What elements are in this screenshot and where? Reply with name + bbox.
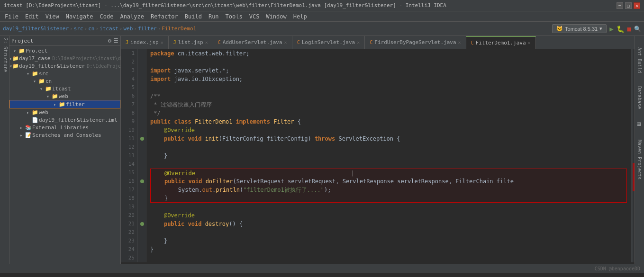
maven-projects-label[interactable]: Maven Projects: [636, 138, 643, 181]
menu-tools[interactable]: Tools: [223, 13, 245, 20]
menu-code[interactable]: Code: [97, 13, 117, 20]
tree-arrow-project[interactable]: ▾: [11, 48, 18, 54]
tomcat-dropdown-icon: ▾: [599, 26, 602, 32]
search-icon[interactable]: 🔍: [634, 26, 641, 32]
tree-arrow-web-inner[interactable]: ▾: [45, 94, 51, 99]
code-line-10: @Override: [150, 126, 627, 134]
tab-close-filterdemo1[interactable]: ✕: [528, 40, 531, 45]
tree-label-day17: day17_case: [19, 55, 50, 62]
tree-arrow-src[interactable]: ▾: [25, 71, 31, 76]
tree-item-day17[interactable]: ▸ 📁 day17_case D:\IdeaProjects\itcast\da…: [9, 54, 120, 62]
tab-finduserbypageservlet[interactable]: C FirdUserByPageServlet.java ✕: [365, 36, 466, 49]
tree-item-scratches[interactable]: ▸ 📝 Scratches and Consoles: [9, 131, 120, 139]
breadcrumb-cn[interactable]: cn: [88, 26, 94, 32]
breakpoint-dot-16[interactable]: [140, 179, 144, 183]
code-line-1: package cn.itcast.web.filter;: [150, 49, 627, 58]
day19-folder-icon: 📁: [12, 63, 19, 69]
tab-adduserservlet[interactable]: C AddUserServlet.java ✕: [213, 36, 292, 49]
iml-file-icon: 📄: [31, 116, 39, 123]
tree-item-filter[interactable]: ▸ 📁 filter: [9, 100, 120, 108]
maximize-button[interactable]: □: [625, 2, 632, 9]
run-button[interactable]: ▶: [609, 25, 613, 33]
tabs-bar: J index.jsp ✕ J list.jsp ✕ C AddUserServ…: [121, 36, 635, 49]
code-lines[interactable]: package cn.itcast.web.filter; import jav…: [146, 49, 631, 262]
tree-item-iml[interactable]: 📄 day19_filter&listener.iml: [9, 116, 120, 124]
code-editor[interactable]: 1 2 3 4 5 6 7 8 9 10 11 12 13 14 15 16 1: [121, 49, 635, 264]
breadcrumb-file[interactable]: FilterDemo1: [162, 26, 196, 32]
minimize-button[interactable]: ─: [617, 2, 623, 9]
project-settings-icon[interactable]: ⚙: [108, 37, 111, 44]
gutter-area: [138, 49, 146, 262]
menu-file[interactable]: File: [2, 13, 21, 20]
breakpoint-dot-21[interactable]: [140, 222, 144, 226]
tree-item-day19[interactable]: ▾ 📁 day19_filter&listener D:\IdeaProject…: [9, 62, 120, 70]
code-line-3: import javax.servlet.*;: [150, 66, 627, 75]
code-line-5: [150, 83, 627, 92]
tree-item-cn[interactable]: ▾ 📁 cn: [9, 77, 120, 85]
breadcrumb-project[interactable]: day19_filter&listener: [3, 26, 69, 32]
menu-window[interactable]: Window: [263, 13, 289, 20]
tree-arrow-itcast[interactable]: ▾: [38, 86, 45, 91]
maven-m-label[interactable]: m: [635, 120, 644, 128]
tree-arrow-extlibs[interactable]: ▸: [18, 125, 25, 130]
breadcrumb-src[interactable]: src: [74, 26, 83, 32]
menu-view[interactable]: View: [43, 13, 62, 20]
code-line-11: public void init(FilterConfig filterConf…: [150, 134, 627, 143]
tab-close-adduserservlet[interactable]: ✕: [284, 40, 287, 45]
structure-label[interactable]: 2: Structure: [0, 36, 9, 74]
tree-item-extlibs[interactable]: ▸ 📚 External Libraries: [9, 124, 120, 131]
tree-arrow-cn[interactable]: ▾: [31, 79, 38, 84]
menu-help[interactable]: Help: [290, 13, 310, 20]
title-bar: itcast [D:\IdeaProjects\itcast] - ...\da…: [0, 0, 644, 11]
project-panel-title: Project: [11, 38, 106, 44]
stop-button[interactable]: ■: [627, 25, 631, 33]
menu-edit[interactable]: Edit: [22, 13, 42, 20]
tree-label-src: src: [39, 71, 120, 77]
menu-run[interactable]: Run: [206, 13, 222, 20]
tree-arrow-filter[interactable]: ▸: [52, 102, 58, 107]
tab-icon-filterdemo1: C: [471, 40, 474, 45]
tree-path-day17: D:\IdeaProjects\itcast\day17_ca...: [52, 56, 120, 61]
tab-close-list-jsp[interactable]: ✕: [205, 40, 208, 45]
tab-close-index-jsp[interactable]: ✕: [161, 40, 163, 45]
tab-list-jsp[interactable]: J list.jsp ✕: [169, 36, 213, 49]
toolbar: day19_filter&listener › src › cn › itcas…: [0, 22, 644, 36]
tab-icon-list-jsp: J: [173, 40, 176, 45]
project-gear-icon[interactable]: ☰: [113, 37, 118, 44]
menu-refactor[interactable]: Refactor: [148, 13, 181, 20]
tab-close-loginservlet[interactable]: ✕: [357, 40, 360, 45]
ant-build-label[interactable]: Ant Build: [636, 45, 643, 75]
tab-label-loginservlet: LoginServlet.java: [302, 39, 355, 45]
tree-item-itcast[interactable]: ▾ 📁 itcast: [9, 85, 120, 92]
breadcrumb-web[interactable]: web: [123, 26, 133, 32]
tab-label-index-jsp: index.jsp: [130, 39, 159, 45]
title-text: itcast [D:\IdeaProjects\itcast] - ...\da…: [4, 2, 446, 9]
tab-loginservlet[interactable]: C LoginServlet.java ✕: [292, 36, 365, 49]
tree-item-src[interactable]: ▾ 📁 src: [9, 70, 120, 77]
tab-index-jsp[interactable]: J index.jsp ✕: [121, 36, 169, 49]
menu-vcs[interactable]: VCS: [246, 13, 263, 20]
tree-item-project[interactable]: ▾ 📁 Pro.ect: [9, 47, 120, 54]
tree-item-web-inner[interactable]: ▾ 📁 web: [9, 92, 120, 100]
code-line-23: }: [150, 237, 627, 245]
tree-label-itcast: itcast: [52, 86, 120, 92]
database-label[interactable]: Database: [636, 84, 643, 111]
tree-item-web-outer[interactable]: ▸ 📁 web: [9, 108, 120, 116]
tree-arrow-web-outer[interactable]: ▸: [25, 110, 31, 115]
tab-filterdemo1[interactable]: C FilterDemo1.java ✕: [466, 36, 536, 49]
tree-arrow-scratches[interactable]: ▸: [18, 133, 25, 138]
src-folder-icon: 📁: [31, 70, 39, 77]
menu-navigate[interactable]: Navigate: [63, 13, 96, 20]
menu-build[interactable]: Build: [182, 13, 205, 20]
breadcrumb-itcast[interactable]: itcast: [100, 26, 118, 32]
code-line-19: [150, 203, 627, 211]
close-button[interactable]: ✕: [634, 2, 640, 9]
tomcat-selector[interactable]: 🐱 Tomcat 8.5.31 ▾: [552, 24, 607, 33]
tab-close-finduserbypageservlet[interactable]: ✕: [458, 40, 461, 45]
menu-analyze[interactable]: Analyze: [117, 13, 147, 20]
code-line-14: [150, 160, 627, 169]
breadcrumb-filter[interactable]: filter: [138, 26, 157, 32]
breakpoint-dot-11[interactable]: [140, 137, 144, 141]
right-scroll-gutter: [631, 49, 635, 262]
debug-button[interactable]: 🐛: [617, 25, 625, 33]
